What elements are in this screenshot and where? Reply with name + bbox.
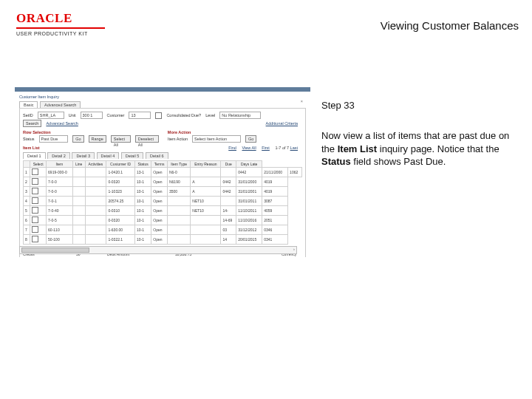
search-tabs: Basic Advanced Search xyxy=(19,101,306,108)
table-cell xyxy=(72,206,85,216)
table-cell: 31/01/2000 xyxy=(236,177,262,187)
table-cell: 1-0322.1 xyxy=(106,235,135,245)
range-button[interactable]: Range xyxy=(89,135,106,143)
table-cell: 14-69 xyxy=(221,216,236,225)
column-header[interactable]: Activities xyxy=(85,161,106,168)
tab-detail1[interactable]: Detail 1 xyxy=(23,152,46,159)
table-cell: 7-0-5 xyxy=(47,216,73,225)
table-cell: 0442 xyxy=(236,168,262,177)
deselect-all-button[interactable]: Deselect All xyxy=(135,135,159,143)
table-cell: Open xyxy=(151,168,168,177)
item-action-select[interactable]: Select Item Action xyxy=(192,135,241,143)
scroll-thumb[interactable] xyxy=(21,248,89,253)
item-list-heading: Item List xyxy=(23,146,40,150)
customer-input[interactable]: 13 xyxy=(129,112,151,119)
level-select[interactable]: No Relationship xyxy=(219,112,261,119)
table-row[interactable]: 37-0-01-1032310-1Open3500A044231/01/2001… xyxy=(24,187,302,197)
setid-input[interactable]: SHR_LA xyxy=(38,112,64,119)
row-select-checkbox[interactable] xyxy=(32,178,38,185)
table-cell: 14 xyxy=(221,235,236,245)
column-header[interactable]: Item Type xyxy=(167,161,190,168)
table-cell xyxy=(191,216,221,225)
row-select-checkbox[interactable] xyxy=(32,226,38,233)
item-list-table: SelectItemLineActivitiesCustomer IDStatu… xyxy=(23,160,302,245)
column-header[interactable]: Days Late xyxy=(236,161,262,168)
table-row[interactable]: 27-0-00-032010-1OpenN6190A044231/01/2000… xyxy=(24,177,302,187)
row-select-checkbox[interactable] xyxy=(32,188,38,194)
advanced-search-link[interactable]: Advanced Search xyxy=(46,121,78,126)
brand-wordmark: ORACLE xyxy=(16,11,105,26)
consolidated-due-checkbox[interactable] xyxy=(155,112,162,119)
tab-advanced[interactable]: Advanced Search xyxy=(40,101,81,108)
table-cell: 31/01/2011 xyxy=(236,197,262,206)
view-all-link[interactable]: View All xyxy=(242,146,256,150)
table-cell xyxy=(167,216,190,225)
brand-subtitle: USER PRODUCTIVITY KIT xyxy=(16,31,105,36)
column-header[interactable]: Select xyxy=(30,161,47,168)
status-select[interactable]: Past Due xyxy=(39,135,69,143)
column-header[interactable]: Due xyxy=(221,161,236,168)
table-cell xyxy=(72,187,85,197)
table-cell: 3087 xyxy=(262,197,288,206)
table-row[interactable]: 57-0-400-031010-1OpenNET1014-11/10/20114… xyxy=(24,206,302,216)
select-all-button[interactable]: Select All xyxy=(111,135,131,143)
row-select-checkbox[interactable] xyxy=(32,168,38,175)
additional-criteria-link[interactable]: Additional Criteria xyxy=(266,121,298,126)
table-cell: 2 xyxy=(24,177,30,187)
column-header[interactable]: Status xyxy=(134,161,151,168)
table-cell: A xyxy=(191,177,221,187)
search-button[interactable]: Search xyxy=(23,120,41,127)
first-link[interactable]: First xyxy=(262,146,270,150)
table-cell: 3 xyxy=(24,187,30,197)
grid-nav: Find View All First 1-7 of 7 Last xyxy=(228,146,302,150)
breadcrumb[interactable]: Customer Item Inquiry xyxy=(19,95,59,99)
column-header[interactable]: Customer ID xyxy=(106,161,135,168)
table-row[interactable]: 850-1001-0322.110-1Open1420/01/20150341 xyxy=(24,235,302,245)
tab-basic[interactable]: Basic xyxy=(19,101,38,108)
row-select-checkbox[interactable] xyxy=(32,197,38,204)
moreaction-go-button[interactable]: Go xyxy=(245,135,256,143)
column-header[interactable] xyxy=(24,161,30,168)
scroll-right-icon[interactable]: › xyxy=(291,247,297,252)
row-selection-heading: Row Selection xyxy=(23,130,159,134)
table-cell xyxy=(30,216,47,225)
table-cell: 10-1 xyxy=(134,235,151,245)
unit-input[interactable]: 300 1 xyxy=(81,112,103,119)
instruction-mid: inquiry page. Notice that the xyxy=(377,143,499,154)
instruction-post: field shows Past Due. xyxy=(351,156,446,167)
table-cell: 14- xyxy=(221,206,236,216)
table-cell xyxy=(72,197,85,206)
rowsel-go-button[interactable]: Go xyxy=(72,135,83,143)
table-row[interactable]: 67-0-50-032010-1Open14-6911/10/20162051 xyxy=(24,216,302,225)
row-select-checkbox[interactable] xyxy=(32,236,38,242)
column-header[interactable]: Entry Reason xyxy=(191,161,221,168)
find-link[interactable]: Find xyxy=(228,146,236,150)
row-select-checkbox[interactable] xyxy=(32,216,38,223)
row-select-checkbox[interactable] xyxy=(32,207,38,214)
horizontal-scrollbar[interactable]: ‹ › xyxy=(19,246,297,254)
column-header[interactable]: Terms xyxy=(151,161,168,168)
tab-detail5[interactable]: Detail 5 xyxy=(121,152,144,159)
last-link[interactable]: Last xyxy=(290,146,298,150)
customer-label: Customer xyxy=(107,113,125,117)
table-cell xyxy=(191,235,221,245)
column-header[interactable]: Item xyxy=(47,161,73,168)
table-row[interactable]: 16919-000-01-0420.113-1OpenN6-0044221/11… xyxy=(24,168,302,177)
table-cell xyxy=(72,216,85,225)
table-cell: 31/12/2012 xyxy=(236,225,262,235)
tab-detail2[interactable]: Detail 2 xyxy=(47,152,70,159)
tab-detail4[interactable]: Detail 4 xyxy=(97,152,120,159)
table-row[interactable]: 760-1101-630.0010-1Open0331/12/20120346 xyxy=(24,225,302,235)
tab-detail6[interactable]: Detail 6 xyxy=(146,152,168,159)
table-cell: 10-1 xyxy=(134,197,151,206)
table-row[interactable]: 47-0-120574.2510-1OpenNET1031/01/2011308… xyxy=(24,197,302,206)
table-cell: 0341 xyxy=(262,235,288,245)
unit-label: Unit xyxy=(69,113,76,117)
table-cell: 1-10323 xyxy=(106,187,135,197)
consolidated-due-label: Consolidated Due? xyxy=(166,113,201,117)
close-icon[interactable]: × xyxy=(301,99,303,103)
column-header[interactable]: Line xyxy=(72,161,85,168)
table-cell: 1 xyxy=(24,168,30,177)
table-cell xyxy=(72,168,85,177)
tab-detail3[interactable]: Detail 3 xyxy=(72,152,95,159)
